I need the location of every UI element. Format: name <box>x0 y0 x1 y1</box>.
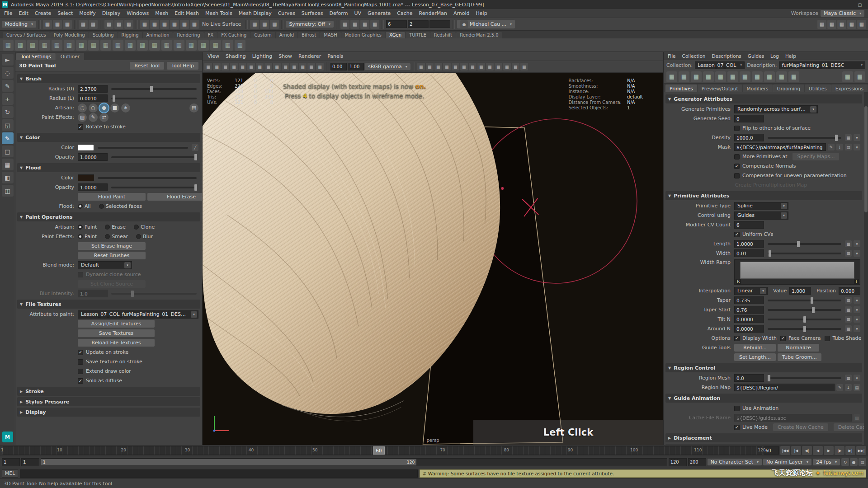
assign-edit-textures-button[interactable]: Assign/Edit Textures <box>78 320 155 328</box>
paint-select-tool-icon[interactable]: ✎ <box>2 80 14 92</box>
step-forward-frame-button[interactable]: ▶| <box>845 446 855 455</box>
region-map-field[interactable] <box>734 384 835 391</box>
interactive-groom-icon[interactable]: ▦ <box>235 40 245 51</box>
xgen-tab-expressions[interactable]: Expressions <box>831 84 868 92</box>
persp-outliner-layout-icon[interactable]: ◧ <box>2 172 14 183</box>
shelf-tab-arnold[interactable]: Arnold <box>276 32 297 38</box>
panel-menu-view[interactable]: View <box>204 53 222 59</box>
rotate-tool-icon[interactable]: ↻ <box>2 106 14 118</box>
grid-icon[interactable]: ▦ <box>264 63 272 70</box>
view-transform-dropdown[interactable]: sRGB gamma <box>365 63 410 70</box>
xgen-menu-file[interactable]: File <box>665 53 679 59</box>
expression-button-icon[interactable]: ▾ <box>854 375 860 381</box>
section-header-color[interactable]: ▼Color <box>17 133 200 142</box>
field-chart-icon[interactable]: ▦ <box>299 63 307 70</box>
section-header-file-textures[interactable]: ▼File Textures <box>17 300 200 309</box>
collection-dropdown[interactable]: Lesson_07_COL <box>695 61 745 69</box>
around-n-field[interactable] <box>734 325 764 333</box>
face-camera-checkbox[interactable]: ✓ <box>780 336 786 341</box>
selected-faces-radio[interactable]: Selected faces <box>99 203 142 209</box>
menu-modify[interactable]: Modify <box>76 10 99 16</box>
xgen-menu-log[interactable]: Log <box>767 53 782 59</box>
menu-mesh-tools[interactable]: Mesh Tools <box>202 10 236 16</box>
map-button-icon[interactable]: ▦ <box>845 134 852 141</box>
menu-cache[interactable]: Cache <box>394 10 415 16</box>
expression-button-icon[interactable]: ▾ <box>854 297 860 304</box>
load-region-map-icon[interactable]: ▤ <box>854 384 860 391</box>
xgen-tab-modifiers[interactable]: Modifiers <box>743 84 773 92</box>
add-guide-icon[interactable]: ▦ <box>64 40 75 51</box>
snap-to-curve-icon[interactable]: ▦ <box>150 20 159 29</box>
menu-deform[interactable]: Deform <box>326 10 351 16</box>
open-scene-icon[interactable]: ▦ <box>53 20 62 29</box>
blur-radio[interactable]: Blur <box>136 234 153 239</box>
browse-cache-file-icon[interactable]: ▤ <box>854 414 860 421</box>
tube-shade-checkbox[interactable] <box>825 336 830 341</box>
length-field[interactable] <box>734 240 764 248</box>
snap-to-grid-icon[interactable]: ▦ <box>140 20 149 29</box>
share-pfx-brush-icon[interactable]: ⇄ <box>99 113 108 122</box>
shelf-tab-custom[interactable]: Custom <box>250 32 275 38</box>
dynamic-clone-source-checkbox[interactable] <box>78 272 83 277</box>
flood-color-swatch[interactable] <box>78 174 94 181</box>
animation-preferences-icon[interactable]: ▤ <box>859 458 866 466</box>
shelf-tab-motion-graphics[interactable]: Motion Graphics <box>341 32 385 38</box>
taper-field[interactable] <box>734 296 764 304</box>
isolate-select-icon[interactable]: ▦ <box>486 63 494 70</box>
pin-description-icon[interactable]: ▦ <box>854 71 865 82</box>
save-map-button-icon[interactable]: ↓ <box>836 144 843 150</box>
output-connections-icon[interactable]: ▦ <box>260 20 269 29</box>
single-pane-layout-icon[interactable]: □ <box>2 145 14 157</box>
step-back-frame-button[interactable]: |◀ <box>791 446 801 455</box>
save-scene-icon[interactable]: ▦ <box>63 20 72 29</box>
expression-button-icon[interactable]: ▾ <box>854 325 860 332</box>
reset-tool-button[interactable]: Reset Tool <box>130 62 164 70</box>
command-language-toggle[interactable]: MEL <box>2 469 18 478</box>
tool-help-button[interactable]: Tool Help <box>167 62 198 70</box>
clear-preview-icon[interactable]: ▦ <box>752 71 763 82</box>
section-header-guide-animation[interactable]: ▼Guide Animation <box>665 394 862 403</box>
more-primitives-at-checkbox[interactable] <box>734 154 740 160</box>
guide-tool-icon[interactable]: ▦ <box>52 40 62 51</box>
film-gate-icon[interactable]: ▦ <box>273 63 281 70</box>
import-collection-icon[interactable]: ▦ <box>113 40 123 51</box>
shelf-tab-animation[interactable]: Animation <box>143 32 173 38</box>
tool-settings-icon[interactable]: ▦ <box>847 20 856 29</box>
depth-of-field-icon[interactable]: ▦ <box>477 63 485 70</box>
flood-erase-button[interactable]: Flood Erase <box>147 193 202 201</box>
user-icon[interactable]: ● <box>460 20 468 28</box>
blur-intensity-field[interactable] <box>78 290 108 297</box>
input-field-x[interactable] <box>386 20 407 28</box>
radius-l-field[interactable] <box>78 94 108 102</box>
eyedropper-icon[interactable]: ╱ <box>192 144 198 151</box>
animation-end-field[interactable] <box>688 458 706 466</box>
ramp-t-marker[interactable]: T <box>854 279 859 284</box>
flood-opacity-field[interactable] <box>78 183 108 191</box>
paint-effects-panel-icon[interactable]: ▨ <box>78 113 87 122</box>
save-collection-icon[interactable]: ▦ <box>703 71 714 82</box>
mask-brush-icon[interactable]: ▦ <box>149 40 160 51</box>
panel-menu-show[interactable]: Show <box>275 53 295 59</box>
ramp-position-field[interactable] <box>839 287 860 295</box>
map-button-icon[interactable]: ▦ <box>845 297 852 304</box>
blur-intensity-slider[interactable] <box>111 293 197 295</box>
section-header-flood[interactable]: ▼Flood <box>17 163 200 172</box>
guide-sculpt-tool-icon[interactable]: ▦ <box>715 71 726 82</box>
clump-brush-icon[interactable]: ▦ <box>222 40 233 51</box>
menu-windows[interactable]: Windows <box>123 10 152 16</box>
clear-preview-icon[interactable]: ▦ <box>39 40 50 51</box>
taper-start-slider[interactable] <box>768 309 841 311</box>
time-slider[interactable]: 110203040506070809010011012060 <box>2 446 762 455</box>
generate-primitives-dropdown[interactable]: Randomly across the surface <box>734 105 818 113</box>
use-animation-checkbox[interactable] <box>734 406 740 411</box>
range-slider[interactable]: 1 120 <box>41 458 667 466</box>
step-forward-key-button[interactable]: |▶ <box>835 446 844 455</box>
section-header-stylus-pressure[interactable]: ▶Stylus Pressure <box>17 397 200 406</box>
expression-button-icon[interactable]: ▾ <box>854 240 860 247</box>
character-controls-icon[interactable]: ▦ <box>827 20 836 29</box>
image-plane-icon[interactable]: ▦ <box>239 63 246 70</box>
update-preview-icon[interactable]: ▦ <box>740 71 750 82</box>
update-on-stroke-checkbox[interactable]: ✓ <box>78 350 83 355</box>
region-brush-icon[interactable]: ▦ <box>161 40 172 51</box>
interpolation-dropdown[interactable]: Linear <box>734 287 768 295</box>
